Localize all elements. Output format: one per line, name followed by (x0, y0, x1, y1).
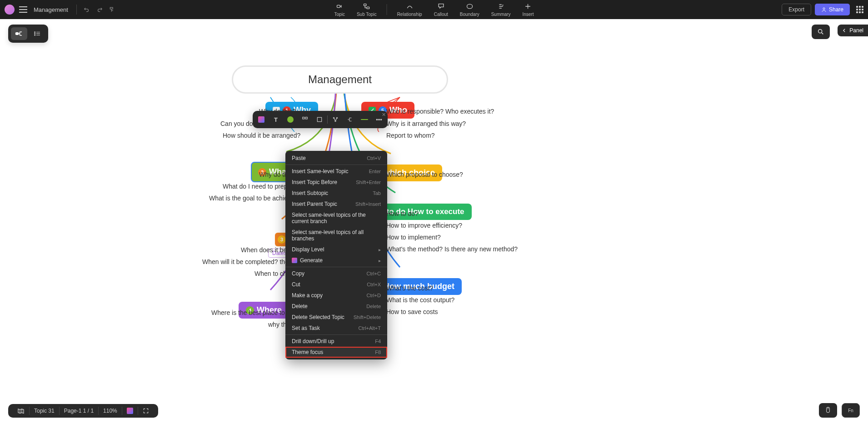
fn-button[interactable]: Fn (842, 403, 860, 418)
leaf[interactable]: What's the cost? (386, 284, 433, 292)
divider (387, 4, 387, 15)
view-toggle (8, 25, 48, 43)
svg-point-7 (35, 33, 35, 34)
ctx-item-copy[interactable]: CopyCtrl+C (285, 268, 387, 279)
ctx-item-set-as-task[interactable]: Set as TaskCtrl+Alt+T (285, 323, 387, 334)
svg-rect-1 (364, 4, 366, 6)
minimap-button[interactable] (13, 407, 29, 415)
ctx-item-theme-focus[interactable]: Theme focusF8 (285, 347, 387, 358)
zoom-level[interactable]: 110% (99, 407, 122, 415)
leaf[interactable]: How to improve efficiency? (386, 222, 462, 229)
menu-separator (285, 267, 387, 267)
top-toolbar: Management Topic Sub Topic Relationship … (0, 0, 868, 19)
svg-point-6 (35, 32, 35, 33)
color-button[interactable] (284, 113, 297, 126)
leaf[interactable]: Report to whom? (386, 132, 435, 139)
topic-count[interactable]: Topic 31 (30, 407, 59, 415)
page-indicator[interactable]: Page-1 1 / 1 (60, 407, 98, 415)
svg-rect-11 (305, 117, 307, 119)
leaf[interactable]: What's the method? Is there any new meth… (386, 245, 518, 253)
leaf[interactable]: Who is responsible? Who executes it? (386, 108, 494, 115)
divider (327, 115, 328, 124)
ctx-item-select-same-level-topics-of-the-current-branch[interactable]: Select same-level topics of the current … (285, 210, 387, 227)
fullscreen-button[interactable] (138, 407, 154, 415)
menu-separator (285, 334, 387, 335)
border-button[interactable] (313, 113, 326, 126)
panel-toggle-button[interactable]: Panel (838, 25, 868, 36)
root-node[interactable]: Management (232, 65, 448, 94)
leaf[interactable]: How to do? (386, 210, 419, 217)
tool-relationship[interactable]: Relationship (395, 1, 424, 18)
ctx-item-cut[interactable]: CutCtrl+X (285, 279, 387, 290)
tool-summary[interactable]: Summary (489, 1, 513, 18)
status-bar: Topic 31 Page-1 1 / 1 110% (8, 404, 158, 418)
bottom-right-buttons: Fn (819, 403, 860, 418)
right-tools: Export Share (782, 4, 863, 15)
branch-button[interactable] (343, 113, 357, 126)
export-button[interactable]: Export (782, 4, 811, 15)
search-button[interactable] (812, 25, 830, 39)
ctx-item-insert-subtopic[interactable]: Insert SubtopicTab (285, 188, 387, 199)
outline-view-button[interactable] (29, 27, 45, 40)
divider (76, 5, 77, 15)
redo-icon[interactable] (93, 3, 106, 16)
leaf[interactable]: How to save costs (386, 308, 438, 315)
ctx-item-select-same-level-topics-of-all-branches[interactable]: Select same-level topics of all branches (285, 227, 387, 244)
tool-insert[interactable]: Insert (520, 1, 535, 18)
tool-callout[interactable]: Callout (432, 1, 450, 18)
leaf[interactable]: What is the cost output? (386, 296, 454, 304)
ctx-item-drill-down-drill-up[interactable]: Drill down/Drill upF4 (285, 336, 387, 347)
svg-point-9 (818, 30, 822, 33)
ctx-item-paste[interactable]: PasteCtrl+V (285, 153, 387, 164)
leaf[interactable]: How should it be arranged? (223, 132, 300, 139)
ctx-item-delete[interactable]: DeleteDelete (285, 301, 387, 312)
document-title: Management (34, 6, 68, 13)
text-button[interactable]: T (269, 113, 283, 126)
ctx-item-insert-parent-topic[interactable]: Insert Parent TopicShift+Insert (285, 199, 387, 210)
svg-point-8 (35, 35, 35, 35)
svg-rect-10 (303, 117, 304, 119)
ctx-item-insert-same-level-topic[interactable]: Insert Same-level TopicEnter (285, 166, 387, 177)
menu-separator (285, 165, 387, 165)
avatar[interactable] (5, 5, 15, 15)
share-button[interactable]: Share (815, 4, 850, 15)
svg-point-4 (823, 8, 825, 10)
center-tools: Topic Sub Topic Relationship Callout Bou… (333, 1, 536, 18)
svg-rect-0 (337, 5, 340, 7)
mindmap-view-button[interactable] (11, 27, 27, 40)
ai-assistant-button[interactable] (122, 407, 138, 415)
canvas[interactable]: Management 1 Why Why do this? Can you do… (0, 19, 868, 424)
svg-rect-5 (16, 33, 19, 35)
ctx-item-display-level[interactable]: Display Level▸ (285, 244, 387, 255)
svg-rect-12 (317, 117, 321, 121)
ctx-item-delete-selected-topic[interactable]: Delete Selected TopicShift+Delete (285, 312, 387, 323)
link-button[interactable] (329, 113, 342, 126)
svg-rect-3 (467, 4, 472, 8)
mouse-mode-button[interactable] (819, 403, 837, 418)
undo-icon[interactable] (80, 3, 93, 16)
ctx-item-make-a-copy[interactable]: Make a copyCtrl+D (285, 290, 387, 301)
menu-icon[interactable] (19, 6, 27, 13)
line-style-button[interactable] (358, 113, 371, 126)
ctx-item-insert-topic-before[interactable]: Insert Topic BeforeShift+Enter (285, 177, 387, 188)
ctx-item-generate[interactable]: Generate▸ (285, 255, 387, 266)
ai-button[interactable] (254, 113, 268, 126)
format-toolbar: T ••• ✕ (253, 111, 388, 128)
tool-boundary[interactable]: Boundary (458, 1, 481, 18)
tool-subtopic[interactable]: Sub Topic (355, 1, 379, 18)
structure-button[interactable] (298, 113, 312, 126)
tool-topic[interactable]: Topic (333, 1, 347, 18)
apps-icon[interactable] (856, 6, 863, 13)
format-painter-icon[interactable] (106, 3, 119, 16)
svg-rect-2 (367, 7, 369, 9)
leaf[interactable]: Why is it arranged this way? (386, 120, 466, 127)
close-icon[interactable]: ✕ (382, 112, 386, 118)
svg-point-15 (335, 120, 336, 121)
leaf[interactable]: How to implement? (386, 234, 441, 241)
context-menu: PasteCtrl+VInsert Same-level TopicEnterI… (285, 151, 387, 359)
leaf[interactable]: Which proposal to choose? (386, 171, 463, 178)
